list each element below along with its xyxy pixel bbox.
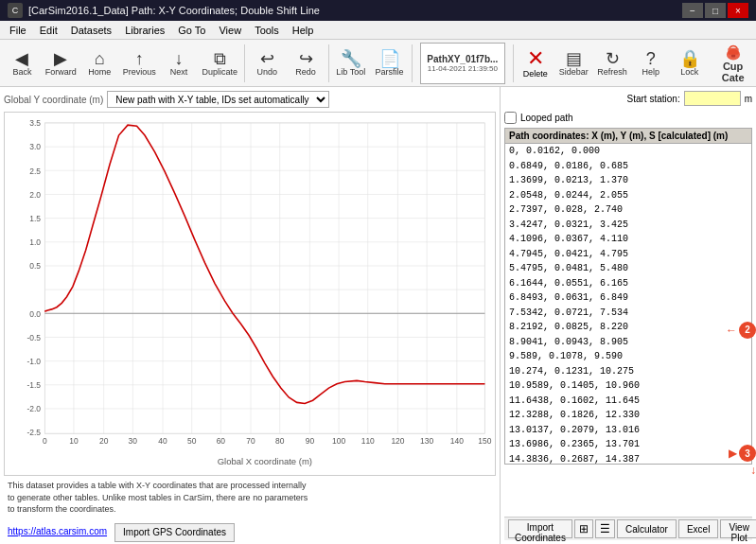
lock-button[interactable]: 🔒 Lock [671, 43, 708, 84]
lib-tool-label: Lib Tool [336, 67, 365, 77]
table-row[interactable]: 14.3836, 0.2687, 14.387 [505, 452, 751, 465]
redo-button[interactable]: ↪ Redo [288, 43, 325, 84]
close-button[interactable]: × [728, 3, 748, 18]
separator-3 [412, 44, 413, 82]
forward-button[interactable]: ▶ Forward [43, 43, 79, 84]
svg-text:0.0: 0.0 [29, 308, 41, 318]
parsfile-icon: 📄 [379, 50, 400, 67]
help-button[interactable]: ? Help [632, 43, 669, 84]
previous-button[interactable]: ↑ Previous [120, 43, 159, 84]
excel-button[interactable]: Excel [678, 519, 718, 538]
looped-path-row: Looped path [504, 112, 752, 124]
table-row[interactable]: 10.274, 0.1231, 10.275 [505, 364, 751, 379]
menu-file[interactable]: File [4, 23, 32, 38]
maximize-button[interactable]: □ [705, 3, 726, 18]
table-row[interactable]: 2.7397, 0.028, 2.740 [505, 202, 751, 218]
svg-text:1.0: 1.0 [29, 237, 41, 247]
table-row[interactable]: 5.4795, 0.0481, 5.480 [505, 261, 751, 276]
minimize-button[interactable]: − [682, 3, 703, 18]
undo-label: Undo [257, 67, 278, 77]
menu-help[interactable]: Help [287, 23, 320, 38]
bottom-info: This dataset provides a table with X-Y c… [4, 476, 496, 540]
table-row[interactable]: 8.9041, 0.0943, 8.905 [505, 335, 751, 350]
arrow-down-icon-3: ↓ [750, 464, 756, 477]
chart-dropdown[interactable]: New path with X-Y table, IDs set automat… [107, 91, 329, 108]
table-row[interactable]: 2.0548, 0.0244, 2.055 [505, 188, 751, 203]
previous-icon: ↑ [135, 50, 144, 67]
grid-icon-button[interactable]: ⊞ [574, 519, 593, 538]
delete-button[interactable]: ✕ Delete [518, 43, 554, 84]
pathxy-date: 11-04-2021 21:39:50 [428, 64, 498, 73]
home-button[interactable]: ⌂ Home [81, 43, 118, 84]
table-row[interactable]: 0.6849, 0.0186, 0.685 [505, 159, 751, 174]
menu-goto[interactable]: Go To [172, 23, 211, 38]
arrow-right-icon-3: ▶ [729, 447, 737, 460]
table-row[interactable]: 4.1096, 0.0367, 4.110 [505, 232, 751, 247]
table-row[interactable]: 10.9589, 0.1405, 10.960 [505, 378, 751, 394]
annotation-circle-3: 3 [739, 445, 756, 462]
menu-edit[interactable]: Edit [34, 23, 63, 38]
undo-button[interactable]: ↩ Undo [249, 43, 286, 84]
sidebar-label: Sidebar [559, 67, 589, 77]
svg-text:0: 0 [43, 436, 47, 446]
table-row[interactable]: 7.5342, 0.0721, 7.534 [505, 306, 751, 321]
coords-list[interactable]: 0, 0.0162, 0.0000.6849, 0.0186, 0.6851.3… [504, 143, 752, 465]
chart-area: 3.5 3.0 2.5 2.0 1.5 1.0 0.5 0.0 -0.5 -1.… [4, 112, 496, 476]
previous-label: Previous [123, 67, 156, 77]
table-row[interactable]: 13.0137, 0.2079, 13.016 [505, 423, 751, 438]
table-row[interactable]: 4.7945, 0.0421, 4.795 [505, 247, 751, 262]
svg-text:140: 140 [450, 436, 464, 446]
menu-tools[interactable]: Tools [249, 23, 285, 38]
lib-tool-button[interactable]: 🔧 Lib Tool [332, 43, 369, 84]
sidebar-button[interactable]: ▤ Sidebar [555, 43, 592, 84]
table-row[interactable]: 8.2192, 0.0825, 8.220 [505, 320, 751, 335]
start-station-unit: m [745, 94, 752, 104]
menu-datasets[interactable]: Datasets [65, 23, 117, 38]
lock-label: Lock [680, 67, 698, 77]
next-label: Next [170, 67, 188, 77]
menu-libraries[interactable]: Libraries [119, 23, 170, 38]
menu-view[interactable]: View [213, 23, 247, 38]
svg-rect-1 [728, 47, 738, 54]
back-icon: ◀ [15, 50, 28, 67]
duplicate-button[interactable]: ⧉ Duplicate [200, 43, 241, 84]
table-row[interactable]: 0, 0.0162, 0.000 [505, 144, 751, 159]
svg-text:2.0: 2.0 [29, 190, 41, 200]
svg-text:-1.0: -1.0 [27, 357, 42, 366]
calculator-button[interactable]: Calculator [617, 519, 677, 538]
looped-path-checkbox[interactable] [504, 112, 517, 124]
import-gps-button[interactable]: Import GPS Coordinates [114, 523, 235, 542]
back-button[interactable]: ◀ Back [4, 43, 41, 84]
arrow-left-icon: ← [726, 324, 737, 337]
refresh-button[interactable]: ↻ Refresh [594, 43, 631, 84]
table-row[interactable]: 13.6986, 0.2365, 13.701 [505, 437, 751, 452]
svg-text:150: 150 [478, 436, 491, 446]
window-title: [CarSim2016.1_Data] Path: X-Y Coordinate… [28, 5, 682, 16]
title-bar: C [CarSim2016.1_Data] Path: X-Y Coordina… [0, 0, 756, 21]
view-plot-button[interactable]: View Plot [720, 519, 756, 538]
table-row[interactable]: 12.3288, 0.1826, 12.330 [505, 408, 751, 423]
import-coords-button[interactable]: Import Coordinates [508, 519, 572, 538]
next-button[interactable]: ↓ Next [161, 43, 198, 84]
forward-label: Forward [45, 67, 77, 77]
table-row[interactable]: 6.1644, 0.0551, 6.165 [505, 276, 751, 291]
table-row[interactable]: 11.6438, 0.1602, 11.645 [505, 394, 751, 409]
svg-rect-2 [730, 54, 734, 57]
table-row[interactable]: 3.4247, 0.0321, 3.425 [505, 218, 751, 233]
table-icon-button[interactable]: ☰ [595, 519, 615, 538]
parsfile-button[interactable]: 📄 Parsfile [371, 43, 408, 84]
atlas-link[interactable]: https://atlas.carsim.com [8, 526, 107, 536]
start-station-input[interactable] [684, 91, 741, 106]
table-row[interactable]: 6.8493, 0.0631, 6.849 [505, 290, 751, 306]
svg-text:1.5: 1.5 [29, 214, 41, 223]
start-station-row: Start station: m [504, 91, 752, 106]
menu-bar: File Edit Datasets Libraries Go To View … [0, 21, 756, 40]
pathxy-name: PathXY_01f7b... [427, 54, 498, 64]
redo-icon: ↪ [299, 50, 313, 67]
home-icon: ⌂ [95, 50, 105, 67]
table-row[interactable]: 9.589, 0.1078, 9.590 [505, 349, 751, 364]
table-row[interactable]: 1.3699, 0.0213, 1.370 [505, 173, 751, 188]
back-label: Back [12, 67, 31, 77]
chart-panel: Global Y coordinate (m) New path with X-… [0, 87, 501, 544]
svg-text:-2.5: -2.5 [27, 428, 42, 437]
